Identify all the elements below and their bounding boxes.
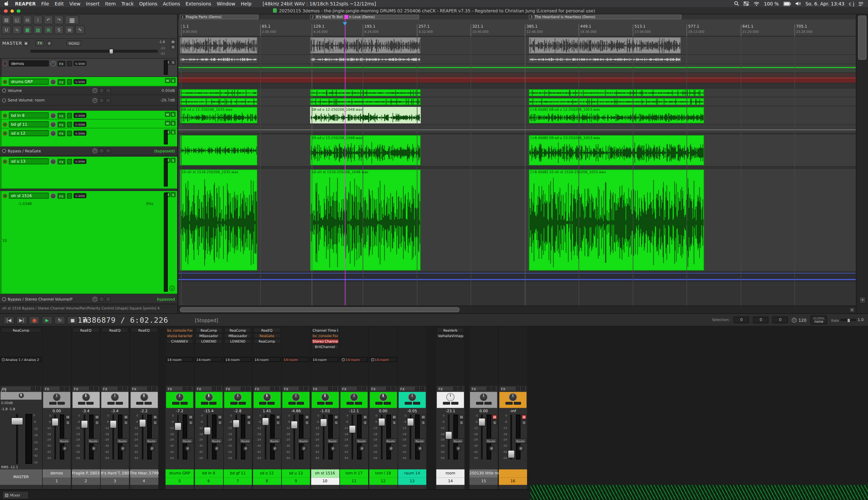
fx-button[interactable]: FX: [255, 387, 259, 390]
fader-handle[interactable]: [508, 450, 515, 458]
menu-reaper[interactable]: REAPER: [15, 1, 36, 6]
env-button[interactable]: [326, 402, 333, 405]
mixer-strip-demos[interactable]: FX0.000-6-12-18-24-30-42-54MSRouteødemos…: [43, 327, 71, 489]
track-name[interactable]: 250130 little mic: [469, 469, 498, 477]
env-button[interactable]: [354, 402, 362, 405]
fx-button[interactable]: FX: [168, 387, 172, 390]
input-button[interactable]: [404, 402, 412, 405]
stop-button[interactable]: ■: [67, 316, 78, 324]
envelope-line[interactable]: [178, 129, 856, 130]
fader-handle[interactable]: [445, 431, 452, 440]
envelope-add-button[interactable]: [106, 98, 111, 103]
mute-button[interactable]: M: [334, 414, 339, 420]
zoom-window-button[interactable]: [17, 9, 21, 13]
io-button[interactable]: [67, 130, 72, 136]
fx-button[interactable]: FX: [501, 387, 506, 390]
go-to-end-button[interactable]: ▶|: [16, 316, 27, 324]
fx-bypass-icon[interactable]: [270, 387, 274, 390]
track-number[interactable]: 1: [43, 478, 71, 485]
fx-slot[interactable]: ReaComp: [253, 339, 280, 344]
track-name[interactable]: Fragile P..5803: [72, 469, 100, 477]
route-button[interactable]: Route: [326, 439, 339, 444]
fx-slot[interactable]: ReaEQ: [253, 328, 280, 333]
track-number[interactable]: 4: [130, 478, 158, 485]
fx-button[interactable]: FX: [103, 387, 107, 390]
phase-button[interactable]: ø: [243, 446, 248, 451]
trim-envelope-button[interactable]: ∿ trim: [74, 113, 87, 118]
fader-handle[interactable]: [320, 418, 327, 427]
env-button[interactable]: [87, 402, 93, 405]
track-number[interactable]: 13: [398, 478, 426, 485]
solo-button[interactable]: S: [94, 420, 99, 425]
track-name[interactable]: oh st 1516: [311, 469, 339, 477]
pan-knob[interactable]: [350, 393, 358, 401]
snap-icon[interactable]: S: [54, 26, 64, 34]
send-knob[interactable]: [2, 358, 5, 361]
mixer-strip-bd-in-8[interactable]: ReaCompMBassadorLOWEND14:roomFX-15.40-6-…: [195, 327, 223, 489]
mute-button[interactable]: M: [165, 78, 170, 83]
fx-slot[interactable]: ReaEQ: [72, 328, 99, 333]
volume-fader[interactable]: [204, 414, 211, 459]
fx-slot[interactable]: Stereo Channel Vo: [312, 339, 339, 344]
fx-bypass-icon[interactable]: [299, 387, 303, 390]
master-fader-handle[interactable]: [109, 49, 114, 54]
volume-icon[interactable]: [796, 1, 801, 6]
vertical-scrollbar-handle[interactable]: [858, 15, 866, 60]
env-button[interactable]: [268, 402, 275, 405]
fader-handle[interactable]: [378, 418, 385, 426]
track-number[interactable]: 9: [282, 478, 310, 485]
master-track-panel[interactable]: MASTER ✱ FX ø MONO -1.8 M S -24 -42: [0, 38, 177, 58]
pan-knob[interactable]: [50, 113, 56, 118]
fx-button[interactable]: FX: [58, 193, 65, 198]
fader-handle[interactable]: [110, 420, 117, 428]
envelope-panel-bypass-stereo-channel-volume-p[interactable]: Bypass / Stereo Channel Volume/Pbypassed: [0, 295, 177, 304]
input-button[interactable]: [259, 402, 266, 405]
spotlight-search-icon[interactable]: [734, 1, 739, 6]
project-info-icon[interactable]: i: [33, 15, 43, 24]
track-name[interactable]: tom h 17: [340, 469, 368, 477]
volume-readout[interactable]: -7.2: [166, 409, 194, 413]
phase-button[interactable]: ø: [120, 446, 126, 451]
pan-knob[interactable]: [509, 393, 517, 401]
mixer-strip-it-s-hard-t-5807[interactable]: ReaEQFX-3.40-6-12-18-24-30-42-54MSRouteø…: [101, 327, 129, 489]
volume-readout[interactable]: -3.4: [72, 409, 100, 413]
mixer-strip-room[interactable]: ReaVerbValhallaVintageVerFX-23.10-6-12-1…: [436, 327, 465, 489]
phase-button[interactable]: ø: [388, 446, 394, 451]
envelope-power-button[interactable]: [2, 98, 6, 102]
fx-button[interactable]: FX: [371, 387, 376, 390]
audio-item[interactable]: [529, 89, 704, 96]
mixer-strip-sd-u-13[interactable]: 14:roomFX-4.860-6-12-18-24-30-42-54MSRou…: [282, 327, 310, 489]
pan-knob[interactable]: [408, 393, 416, 401]
fx-bypass-icon[interactable]: [241, 387, 245, 390]
fx-slot[interactable]: MBassador: [224, 333, 251, 339]
route-button[interactable]: Route: [297, 439, 309, 444]
solo-button[interactable]: S: [392, 420, 397, 425]
menu-bar-clock[interactable]: So. 6. Apr. 13:43: [805, 1, 844, 6]
mute-button[interactable]: M: [123, 414, 128, 420]
phase-button[interactable]: ø: [149, 446, 155, 451]
audio-item[interactable]: [180, 37, 258, 54]
phase-button[interactable]: ø: [301, 446, 307, 451]
solo-button[interactable]: S: [246, 420, 251, 425]
track-name[interactable]: demos: [43, 469, 71, 477]
track-name[interactable]: bd In 8: [195, 469, 223, 477]
audio-item[interactable]: 08-sd o 12-250206_1048.wav: [310, 107, 421, 124]
send-slot[interactable]: 14:room: [312, 357, 339, 362]
envelope-panel-volume[interactable]: Volume0.00dB: [0, 87, 177, 95]
fx-button[interactable]: FX: [439, 387, 443, 390]
route-button[interactable]: Route: [181, 439, 193, 444]
master-solo-button[interactable]: S: [170, 45, 176, 49]
volume-readout[interactable]: 0.00: [469, 409, 498, 413]
route-button[interactable]: Route: [515, 439, 527, 444]
audio-item[interactable]: [180, 55, 258, 63]
record-arm-button[interactable]: [3, 131, 7, 135]
vertical-zoom-button[interactable]: +: [859, 297, 866, 303]
envelope-panel-send-volume-room[interactable]: Send Volume: room-26.7dB: [0, 95, 177, 106]
volume-fader[interactable]: [81, 414, 88, 459]
record-button[interactable]: ◉: [29, 316, 40, 324]
pencil-icon[interactable]: ✎: [75, 26, 85, 34]
fx-bypass-icon[interactable]: [212, 387, 216, 390]
route-button[interactable]: Route: [239, 439, 251, 444]
io-button[interactable]: [67, 113, 72, 118]
track-number[interactable]: 14: [436, 478, 465, 485]
